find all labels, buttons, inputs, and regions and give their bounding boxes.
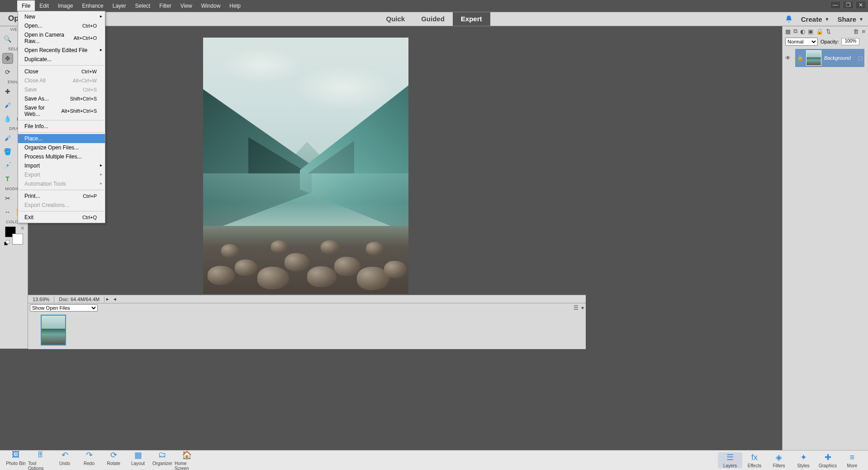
type-tool[interactable]: T bbox=[2, 173, 13, 184]
background-color[interactable] bbox=[12, 234, 23, 245]
blur-tool[interactable]: 💧 bbox=[2, 113, 13, 124]
content-move-tool[interactable]: ↔ bbox=[2, 206, 13, 217]
mode-bar: Op QuickGuidedExpert Create▼ Share▼ bbox=[0, 12, 868, 26]
menu-item-open[interactable]: Open...Ctrl+O bbox=[18, 21, 105, 30]
bottom-filters[interactable]: ◈Filters bbox=[767, 452, 791, 468]
adjustment-icon[interactable]: ◐ bbox=[800, 28, 805, 35]
menu-item-open-recently-edited-file[interactable]: Open Recently Edited File bbox=[18, 46, 105, 55]
tool-options-icon: 🎚 bbox=[35, 450, 45, 460]
close-button[interactable]: ✕ bbox=[855, 1, 866, 9]
layout-icon: ▦ bbox=[133, 450, 143, 460]
brush-tool[interactable]: 🖌 bbox=[2, 133, 13, 144]
smart-brush-tool[interactable]: 🖌 bbox=[2, 100, 13, 110]
layer-row[interactable]: 🔒 Background ⬚ bbox=[795, 49, 864, 67]
bottom-organizer[interactable]: 🗂Organizer bbox=[150, 450, 175, 470]
eyedropper-tool[interactable]: 💉 bbox=[2, 160, 13, 171]
menu-item-open-in-camera-raw[interactable]: Open in Camera Raw...Alt+Ctrl+O bbox=[18, 30, 105, 46]
menu-file[interactable]: File bbox=[17, 0, 35, 11]
crop-tool[interactable]: ✂ bbox=[2, 193, 13, 204]
blend-mode-select[interactable]: Normal bbox=[785, 38, 818, 46]
bin-filter-select[interactable]: Show Open Files bbox=[30, 304, 98, 312]
move-tool[interactable]: ✥ bbox=[2, 53, 13, 64]
bottom-layout[interactable]: ▦Layout bbox=[126, 450, 150, 470]
menu-window[interactable]: Window bbox=[197, 0, 225, 11]
default-colors-icon[interactable] bbox=[5, 240, 9, 245]
bottom-home-screen[interactable]: 🏠Home Screen bbox=[175, 450, 199, 470]
menu-select[interactable]: Select bbox=[131, 0, 155, 11]
color-swatches[interactable]: ⤭ bbox=[5, 226, 23, 245]
bottom-tool-options[interactable]: 🎚Tool Options bbox=[28, 450, 52, 470]
menu-image[interactable]: Image bbox=[53, 0, 77, 11]
mode-tab-expert[interactable]: Expert bbox=[453, 12, 490, 26]
paint-bucket-tool[interactable]: 🪣 bbox=[2, 146, 13, 157]
maximize-button[interactable]: ❐ bbox=[843, 1, 854, 9]
styles-icon: ✦ bbox=[798, 452, 808, 462]
mask-icon[interactable]: ▣ bbox=[808, 28, 813, 35]
menu-item-process-multiple-files[interactable]: Process Multiple Files... bbox=[18, 152, 105, 161]
lasso-tool[interactable]: ⟳ bbox=[2, 67, 13, 77]
layer-lock-indicator: 🔒 bbox=[797, 55, 803, 61]
menu-item-import[interactable]: Import bbox=[18, 161, 105, 170]
layer-visibility-toggle[interactable]: 👁 bbox=[784, 55, 792, 61]
menu-item-print[interactable]: Print...Ctrl+P bbox=[18, 192, 105, 201]
menu-item-file-info[interactable]: File Info... bbox=[18, 122, 105, 131]
menu-filter[interactable]: Filter bbox=[155, 0, 176, 11]
opacity-value[interactable]: 100% bbox=[841, 38, 859, 45]
bin-grid-icon[interactable]: ☰ bbox=[574, 305, 579, 311]
bottom-redo[interactable]: ↷Redo bbox=[77, 450, 101, 470]
hscroll-left[interactable]: ◂ bbox=[112, 296, 118, 302]
more-icon: ≡ bbox=[847, 452, 857, 462]
notifications-icon[interactable] bbox=[785, 15, 793, 23]
menu-item-new[interactable]: New bbox=[18, 12, 105, 21]
bottom-graphics[interactable]: ✚Graphics bbox=[816, 452, 840, 468]
photo-bin bbox=[28, 312, 586, 349]
link-icon[interactable]: ⇅ bbox=[826, 28, 831, 35]
bottom-photo-bin[interactable]: 🖼Photo Bin bbox=[4, 450, 28, 470]
canvas-area bbox=[28, 35, 586, 295]
bottom-styles[interactable]: ✦Styles bbox=[791, 452, 816, 468]
menu-item-place[interactable]: Place... bbox=[18, 134, 105, 143]
menu-layer[interactable]: Layer bbox=[108, 0, 131, 11]
swap-colors-icon[interactable]: ⤭ bbox=[20, 225, 24, 230]
share-menu[interactable]: Share▼ bbox=[837, 15, 863, 23]
organizer-icon: 🗂 bbox=[157, 450, 167, 460]
menu-item-close-all: Close AllAlt+Ctrl+W bbox=[18, 76, 105, 85]
status-menu-arrow[interactable]: ▸ bbox=[104, 296, 111, 302]
doc-size[interactable]: Doc: 64.4M/64.4M bbox=[54, 297, 104, 302]
mode-tab-quick[interactable]: Quick bbox=[378, 12, 413, 26]
minimize-button[interactable]: — bbox=[830, 1, 841, 9]
panel-menu-icon[interactable]: ≡ bbox=[862, 28, 865, 35]
bin-menu-arrow[interactable]: ▾ bbox=[581, 305, 584, 311]
window-controls: — ❐ ✕ bbox=[830, 1, 866, 9]
layer-thumbnail bbox=[806, 50, 821, 66]
menu-view[interactable]: View bbox=[176, 0, 197, 11]
trash-icon[interactable]: 🗑 bbox=[853, 28, 859, 35]
menu-help[interactable]: Help bbox=[225, 0, 245, 11]
new-layer-icon[interactable]: ▦ bbox=[785, 28, 791, 35]
file-menu: NewOpen...Ctrl+OOpen in Camera Raw...Alt… bbox=[18, 11, 105, 223]
menu-item-save-as[interactable]: Save As...Shift+Ctrl+S bbox=[18, 94, 105, 103]
bottom-more[interactable]: ≡More bbox=[840, 452, 864, 468]
menu-item-save-for-web[interactable]: Save for Web...Alt+Shift+Ctrl+S bbox=[18, 103, 105, 119]
zoom-level[interactable]: 13.69% bbox=[28, 297, 54, 302]
document-canvas[interactable] bbox=[203, 38, 408, 294]
layer-locked-icon: ⬚ bbox=[858, 55, 863, 61]
menu-edit[interactable]: Edit bbox=[35, 0, 53, 11]
menu-item-exit[interactable]: ExitCtrl+Q bbox=[18, 213, 105, 222]
bottom-layers[interactable]: ☰Layers bbox=[718, 452, 742, 468]
menu-item-close[interactable]: CloseCtrl+W bbox=[18, 67, 105, 76]
create-menu[interactable]: Create▼ bbox=[801, 15, 830, 23]
healing-tool[interactable]: ✚ bbox=[2, 86, 13, 97]
bin-thumbnail[interactable] bbox=[41, 315, 66, 345]
lock-icon[interactable]: 🔒 bbox=[816, 28, 823, 35]
bottom-rotate[interactable]: ⟳Rotate bbox=[101, 450, 126, 470]
effects-icon: fx bbox=[749, 452, 759, 462]
new-group-icon[interactable]: ⧉ bbox=[793, 28, 797, 35]
bottom-undo[interactable]: ↶Undo bbox=[52, 450, 77, 470]
menu-enhance[interactable]: Enhance bbox=[77, 0, 108, 11]
bottom-effects[interactable]: fxEffects bbox=[742, 452, 767, 468]
menu-item-organize-open-files[interactable]: Organize Open Files... bbox=[18, 143, 105, 152]
menu-item-duplicate[interactable]: Duplicate... bbox=[18, 55, 105, 64]
mode-tab-guided[interactable]: Guided bbox=[413, 12, 453, 26]
zoom-tool[interactable]: 🔍 bbox=[2, 34, 13, 44]
